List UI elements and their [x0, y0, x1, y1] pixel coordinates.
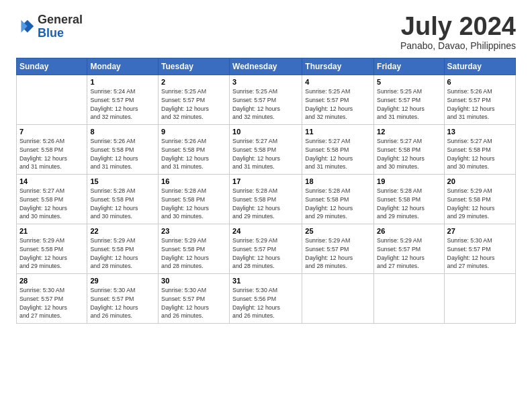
day-number: 23 [161, 227, 226, 235]
calendar-cell: 8Sunrise: 5:26 AM Sunset: 5:58 PM Daylig… [87, 125, 159, 175]
calendar-table: SundayMondayTuesdayWednesdayThursdayFrid… [16, 58, 516, 324]
day-info: Sunrise: 5:28 AM Sunset: 5:58 PM Dayligh… [377, 187, 441, 221]
day-number: 2 [161, 78, 226, 86]
weekday-header: Saturday [444, 58, 515, 75]
day-info: Sunrise: 5:25 AM Sunset: 5:57 PM Dayligh… [377, 87, 441, 122]
day-number: 29 [90, 277, 155, 285]
day-number: 8 [90, 128, 155, 136]
calendar-cell: 29Sunrise: 5:30 AM Sunset: 5:57 PM Dayli… [87, 274, 159, 324]
day-info: Sunrise: 5:29 AM Sunset: 5:57 PM Dayligh… [305, 236, 371, 271]
day-number: 14 [19, 177, 84, 185]
day-info: Sunrise: 5:30 AM Sunset: 5:56 PM Dayligh… [232, 286, 299, 320]
day-number: 20 [447, 177, 513, 185]
day-info: Sunrise: 5:26 AM Sunset: 5:57 PM Dayligh… [447, 87, 513, 122]
day-info: Sunrise: 5:30 AM Sunset: 5:57 PM Dayligh… [447, 236, 513, 271]
calendar-cell: 28Sunrise: 5:30 AM Sunset: 5:57 PM Dayli… [17, 274, 87, 324]
day-info: Sunrise: 5:27 AM Sunset: 5:58 PM Dayligh… [447, 137, 513, 171]
calendar-cell: 10Sunrise: 5:27 AM Sunset: 5:58 PM Dayli… [230, 125, 302, 175]
calendar-cell: 7Sunrise: 5:26 AM Sunset: 5:58 PM Daylig… [17, 125, 87, 175]
day-number: 27 [447, 227, 513, 235]
calendar-week-row: 7Sunrise: 5:26 AM Sunset: 5:58 PM Daylig… [17, 125, 516, 175]
calendar-week-row: 1Sunrise: 5:24 AM Sunset: 5:57 PM Daylig… [17, 75, 516, 125]
day-number: 31 [232, 277, 299, 285]
calendar-cell: 13Sunrise: 5:27 AM Sunset: 5:58 PM Dayli… [444, 125, 515, 175]
day-number: 30 [161, 277, 226, 285]
day-number: 11 [305, 128, 371, 136]
day-info: Sunrise: 5:25 AM Sunset: 5:57 PM Dayligh… [305, 87, 371, 122]
day-number: 15 [90, 177, 155, 185]
calendar-cell [17, 75, 87, 125]
day-number: 6 [447, 78, 513, 86]
logo-icon [16, 17, 35, 36]
calendar-cell: 5Sunrise: 5:25 AM Sunset: 5:57 PM Daylig… [374, 75, 444, 125]
weekday-header-row: SundayMondayTuesdayWednesdayThursdayFrid… [17, 58, 516, 75]
month-title: July 2024 [400, 13, 516, 39]
calendar-cell: 27Sunrise: 5:30 AM Sunset: 5:57 PM Dayli… [444, 224, 515, 274]
calendar-week-row: 28Sunrise: 5:30 AM Sunset: 5:57 PM Dayli… [17, 274, 516, 324]
day-info: Sunrise: 5:28 AM Sunset: 5:58 PM Dayligh… [232, 187, 299, 221]
calendar-cell: 15Sunrise: 5:28 AM Sunset: 5:58 PM Dayli… [87, 175, 159, 224]
day-number: 24 [232, 227, 299, 235]
day-number: 9 [161, 128, 226, 136]
day-number: 25 [305, 227, 371, 235]
calendar-cell: 2Sunrise: 5:25 AM Sunset: 5:57 PM Daylig… [159, 75, 230, 125]
day-number: 22 [90, 227, 155, 235]
calendar-cell: 21Sunrise: 5:29 AM Sunset: 5:58 PM Dayli… [17, 224, 87, 274]
day-info: Sunrise: 5:27 AM Sunset: 5:58 PM Dayligh… [232, 137, 299, 171]
calendar-page: General Blue July 2024 Panabo, Davao, Ph… [0, 0, 532, 411]
weekday-header: Sunday [17, 58, 87, 75]
day-info: Sunrise: 5:29 AM Sunset: 5:58 PM Dayligh… [90, 236, 155, 271]
calendar-cell [374, 274, 444, 324]
calendar-cell: 9Sunrise: 5:26 AM Sunset: 5:58 PM Daylig… [159, 125, 230, 175]
day-number: 28 [19, 277, 84, 285]
day-info: Sunrise: 5:26 AM Sunset: 5:58 PM Dayligh… [19, 137, 84, 171]
day-info: Sunrise: 5:27 AM Sunset: 5:58 PM Dayligh… [377, 137, 441, 171]
day-info: Sunrise: 5:28 AM Sunset: 5:58 PM Dayligh… [305, 187, 371, 221]
calendar-cell: 30Sunrise: 5:30 AM Sunset: 5:57 PM Dayli… [159, 274, 230, 324]
calendar-cell: 12Sunrise: 5:27 AM Sunset: 5:58 PM Dayli… [374, 125, 444, 175]
weekday-header: Monday [87, 58, 159, 75]
calendar-cell: 26Sunrise: 5:29 AM Sunset: 5:57 PM Dayli… [374, 224, 444, 274]
calendar-cell [444, 274, 515, 324]
calendar-week-row: 21Sunrise: 5:29 AM Sunset: 5:58 PM Dayli… [17, 224, 516, 274]
day-info: Sunrise: 5:27 AM Sunset: 5:58 PM Dayligh… [19, 187, 84, 221]
day-number: 1 [90, 78, 155, 86]
logo-text: General Blue [38, 13, 83, 40]
location-subtitle: Panabo, Davao, Philippines [400, 40, 516, 51]
logo: General Blue [16, 13, 83, 40]
calendar-cell: 16Sunrise: 5:28 AM Sunset: 5:58 PM Dayli… [159, 175, 230, 224]
calendar-cell: 20Sunrise: 5:29 AM Sunset: 5:58 PM Dayli… [444, 175, 515, 224]
day-info: Sunrise: 5:29 AM Sunset: 5:57 PM Dayligh… [232, 236, 299, 271]
day-info: Sunrise: 5:24 AM Sunset: 5:57 PM Dayligh… [90, 87, 155, 122]
calendar-cell: 23Sunrise: 5:29 AM Sunset: 5:58 PM Dayli… [159, 224, 230, 274]
weekday-header: Wednesday [230, 58, 302, 75]
day-info: Sunrise: 5:27 AM Sunset: 5:58 PM Dayligh… [305, 137, 371, 171]
day-number: 3 [232, 78, 299, 86]
day-info: Sunrise: 5:28 AM Sunset: 5:58 PM Dayligh… [161, 187, 226, 221]
day-info: Sunrise: 5:30 AM Sunset: 5:57 PM Dayligh… [90, 286, 155, 320]
weekday-header: Tuesday [159, 58, 230, 75]
day-info: Sunrise: 5:29 AM Sunset: 5:57 PM Dayligh… [377, 236, 441, 271]
title-block: July 2024 Panabo, Davao, Philippines [400, 13, 516, 51]
day-number: 19 [377, 177, 441, 185]
calendar-cell: 1Sunrise: 5:24 AM Sunset: 5:57 PM Daylig… [87, 75, 159, 125]
day-number: 7 [19, 128, 84, 136]
day-number: 12 [377, 128, 441, 136]
calendar-cell [302, 274, 374, 324]
header: General Blue July 2024 Panabo, Davao, Ph… [16, 13, 516, 51]
day-number: 10 [232, 128, 299, 136]
calendar-cell: 19Sunrise: 5:28 AM Sunset: 5:58 PM Dayli… [374, 175, 444, 224]
day-info: Sunrise: 5:25 AM Sunset: 5:57 PM Dayligh… [232, 87, 299, 122]
calendar-cell: 11Sunrise: 5:27 AM Sunset: 5:58 PM Dayli… [302, 125, 374, 175]
calendar-cell: 31Sunrise: 5:30 AM Sunset: 5:56 PM Dayli… [230, 274, 302, 324]
day-info: Sunrise: 5:26 AM Sunset: 5:58 PM Dayligh… [161, 137, 226, 171]
weekday-header: Friday [374, 58, 444, 75]
day-info: Sunrise: 5:26 AM Sunset: 5:58 PM Dayligh… [90, 137, 155, 171]
calendar-cell: 25Sunrise: 5:29 AM Sunset: 5:57 PM Dayli… [302, 224, 374, 274]
day-number: 16 [161, 177, 226, 185]
day-number: 18 [305, 177, 371, 185]
calendar-cell: 22Sunrise: 5:29 AM Sunset: 5:58 PM Dayli… [87, 224, 159, 274]
day-number: 17 [232, 177, 299, 185]
calendar-cell: 24Sunrise: 5:29 AM Sunset: 5:57 PM Dayli… [230, 224, 302, 274]
day-info: Sunrise: 5:28 AM Sunset: 5:58 PM Dayligh… [90, 187, 155, 221]
